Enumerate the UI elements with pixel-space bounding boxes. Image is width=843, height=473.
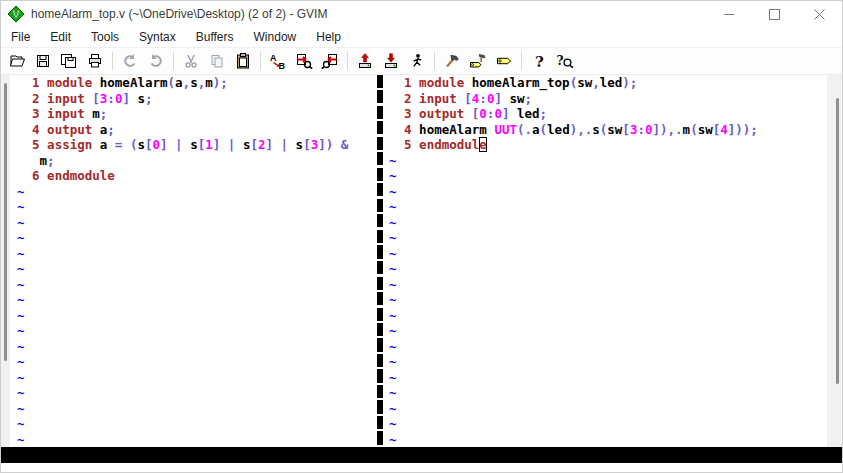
code-token: ;	[107, 122, 115, 137]
svg-text:?: ?	[557, 54, 564, 68]
menu-syntax[interactable]: Syntax	[129, 28, 186, 46]
tilde-marker: ~	[389, 261, 397, 276]
code-token: |	[175, 137, 183, 152]
empty-line: ~	[389, 215, 827, 231]
tilde-marker: ~	[389, 432, 397, 447]
tilde-marker: ~	[17, 246, 25, 261]
status-bars: section14_1.v 6,9 All homeAlarm_top.v 5,…	[1, 447, 842, 463]
code-token: input	[47, 91, 85, 106]
code-token: :	[479, 91, 487, 106]
toolbar-open-file-button[interactable]	[4, 49, 30, 73]
code-token: [	[464, 91, 472, 106]
tilde-marker: ~	[17, 199, 25, 214]
toolbar-make-button[interactable]	[439, 49, 465, 73]
empty-line: ~	[389, 416, 827, 432]
toolbar-load-session-button[interactable]	[352, 49, 378, 73]
toolbar-run-script-button[interactable]	[404, 49, 430, 73]
empty-line: ~	[17, 199, 375, 215]
code-line[interactable]: 5 assign a = (s[0] | s[1] | s[2] | s[3])…	[17, 137, 375, 153]
code-line[interactable]: 6 endmodule	[17, 168, 375, 184]
code-line[interactable]: m;	[17, 153, 375, 169]
menu-buffers[interactable]: Buffers	[186, 28, 244, 46]
empty-line: ~	[389, 184, 827, 200]
right-scrollbar-thumb[interactable]	[836, 98, 839, 384]
code-token	[288, 137, 296, 152]
toolbar-jump-tag-button[interactable]	[491, 49, 517, 73]
toolbar-find-replace-button[interactable]: AB	[265, 49, 291, 73]
empty-line: ~	[17, 339, 375, 355]
maximize-button[interactable]	[752, 1, 797, 27]
toolbar-find-prev-button[interactable]	[317, 49, 343, 73]
code-token: ,	[183, 75, 191, 90]
code-line[interactable]: 4 output a;	[17, 122, 375, 138]
code-line[interactable]: 1 module homeAlarm(a,s,m);	[17, 75, 375, 91]
tilde-marker: ~	[17, 370, 25, 385]
minimize-button[interactable]	[707, 1, 752, 27]
code-line[interactable]: 5 endmodule	[389, 137, 827, 153]
left-scrollbar[interactable]	[1, 75, 10, 447]
right-scrollbar[interactable]	[827, 75, 842, 447]
toolbar-separator	[112, 52, 113, 70]
editor-pane-left[interactable]: 1 module homeAlarm(a,s,m); 2 input [3:0]…	[10, 75, 375, 447]
toolbar-help-button[interactable]: ?	[526, 49, 552, 73]
code-line[interactable]: 3 output [0:0] led;	[389, 106, 827, 122]
empty-line: ~	[389, 308, 827, 324]
toolbar-save-session-button[interactable]	[378, 49, 404, 73]
tilde-marker: ~	[389, 246, 397, 261]
left-scrollbar-thumb[interactable]	[4, 83, 7, 361]
tilde-marker: ~	[389, 168, 397, 183]
vim-logo-icon: V	[8, 6, 24, 22]
toolbar-paste-button[interactable]	[230, 49, 256, 73]
menu-edit[interactable]: Edit	[40, 28, 81, 46]
menu-help[interactable]: Help	[306, 28, 351, 46]
find-prev-icon	[321, 53, 339, 69]
code-token: ;	[145, 91, 153, 106]
code-line[interactable]: 1 module homeAlarm_top(sw,led);	[389, 75, 827, 91]
toolbar-print-button[interactable]	[82, 49, 108, 73]
close-button[interactable]	[797, 1, 842, 27]
editor-pane-right[interactable]: 1 module homeAlarm_top(sw,led); 2 input …	[385, 75, 827, 447]
code-token: 0	[479, 106, 487, 121]
code-token	[464, 106, 472, 121]
code-line[interactable]: 2 input [4:0] sw;	[389, 91, 827, 107]
code-token: [	[250, 137, 258, 152]
tilde-marker: ~	[17, 215, 25, 230]
menu-file[interactable]: File	[1, 28, 40, 46]
menu-tools[interactable]: Tools	[81, 28, 129, 46]
menu-bar: FileEditToolsSyntaxBuffersWindowHelp	[1, 27, 842, 48]
toolbar-build-tags-button[interactable]	[465, 49, 491, 73]
code-token: &	[341, 137, 349, 152]
toolbar-find-next-button[interactable]	[291, 49, 317, 73]
vertical-split-separator[interactable]	[375, 75, 385, 447]
help-icon: ?	[532, 53, 546, 69]
code-token: homeAlarm_top	[472, 75, 570, 90]
editor-area: 1 module homeAlarm(a,s,m); 2 input [3:0]…	[1, 75, 842, 447]
code-token: ]	[265, 137, 273, 152]
code-token: ,	[592, 75, 600, 90]
empty-line: ~	[17, 416, 375, 432]
jump-tag-icon	[495, 53, 513, 69]
toolbar-save-button[interactable]	[30, 49, 56, 73]
code-line[interactable]: 4 homeAlarm UUT(.a(led),.s(sw[3:0]),.m(s…	[389, 122, 827, 138]
code-token: homeAlarm	[100, 75, 168, 90]
window-controls	[707, 1, 842, 27]
line-number: 5	[389, 137, 419, 152]
empty-line: ~	[389, 277, 827, 293]
code-token: s	[296, 137, 304, 152]
code-token: input	[47, 106, 85, 121]
menu-window[interactable]: Window	[244, 28, 307, 46]
empty-line: ~	[17, 370, 375, 386]
code-line[interactable]: 2 input [3:0] s;	[17, 91, 375, 107]
toolbar-find-help-button[interactable]: ?	[552, 49, 578, 73]
empty-line: ~	[389, 432, 827, 448]
status-filename: section14_1.v	[47, 462, 141, 473]
line-number: 6	[17, 168, 47, 183]
load-session-icon	[357, 53, 373, 69]
toolbar-save-all-button[interactable]	[56, 49, 82, 73]
tilde-marker: ~	[17, 432, 25, 447]
title-bar: V homeAlarm_top.v (~\OneDrive\Desktop) (…	[1, 1, 842, 27]
code-token: (.	[517, 122, 532, 137]
code-token: |	[281, 137, 289, 152]
code-line[interactable]: 3 input m;	[17, 106, 375, 122]
tilde-marker: ~	[389, 199, 397, 214]
